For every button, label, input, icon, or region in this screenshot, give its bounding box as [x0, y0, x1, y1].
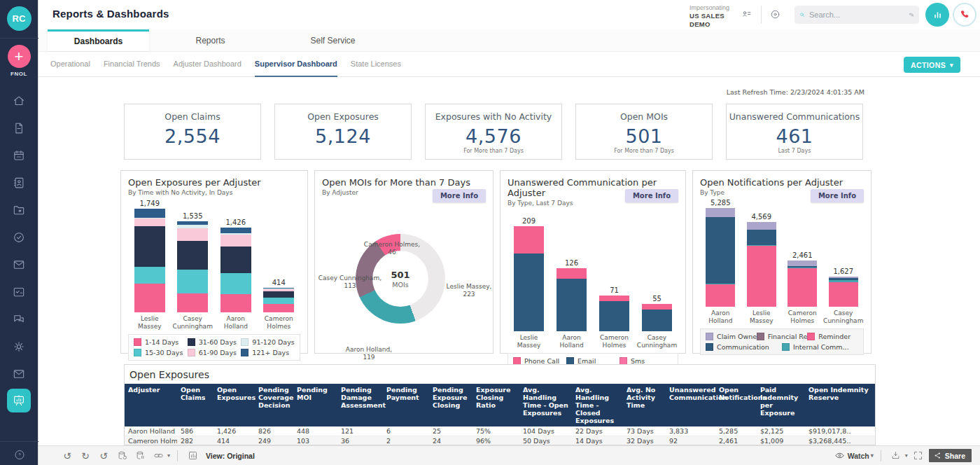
bar-leslie-massey[interactable]: 209: [507, 219, 550, 331]
open-exposures-table[interactable]: AdjusterOpen ClaimsOpen ExposuresPending…: [125, 384, 876, 445]
sidebar-item-home[interactable]: [7, 87, 31, 114]
advanced-search-icon[interactable]: [909, 10, 914, 20]
fnol-add-button[interactable]: +: [8, 45, 31, 68]
bar-aaron-holland[interactable]: 1,426: [214, 202, 258, 312]
watch-button[interactable]: Watch ▾: [834, 450, 874, 461]
more-info-button[interactable]: More Info: [433, 189, 486, 202]
subtab-supervisor-dashboard[interactable]: Supervisor Dashboard: [255, 52, 337, 77]
sidebar-item-mail[interactable]: [7, 251, 31, 278]
legend-item[interactable]: 61-90 Days: [188, 349, 241, 356]
legend-label: Internal Comm...: [793, 343, 849, 351]
bar-casey-cunningham[interactable]: 1,627: [823, 203, 864, 307]
legend-item[interactable]: Claim Owner C...: [706, 333, 757, 340]
column-header[interactable]: Open Notifications: [715, 384, 757, 426]
column-header[interactable]: Adjuster: [125, 384, 177, 426]
column-header[interactable]: Pending Damage Assessment: [337, 384, 383, 426]
bar-casey-cunningham[interactable]: 55: [636, 219, 678, 331]
bar-leslie-massey[interactable]: 1,749: [128, 202, 172, 312]
revert-icon[interactable]: ↺: [96, 449, 111, 463]
column-header[interactable]: Avg. Handling Time - Closed Exposures: [572, 384, 623, 426]
reports-shortcut-button[interactable]: [925, 3, 949, 27]
legend-item[interactable]: Internal Comm...: [782, 343, 858, 351]
more-info-button[interactable]: More Info: [625, 189, 678, 202]
bar-casey-cunningham[interactable]: 1,535: [172, 202, 215, 312]
column-header[interactable]: Pending MOI: [293, 384, 337, 426]
refresh-data-icon[interactable]: [114, 449, 130, 463]
help-icon[interactable]: [13, 447, 26, 460]
kpi-card[interactable]: Exposures with No Activity4,576For More …: [425, 104, 562, 160]
stacked-bar-plot[interactable]: 2091267155: [507, 219, 678, 331]
kpi-card[interactable]: Open MOIs501For More than 7 Days: [575, 104, 713, 160]
user-card-icon[interactable]: [741, 8, 752, 23]
sidebar-item-task-card[interactable]: [7, 278, 31, 305]
avatar[interactable]: RC: [7, 6, 31, 31]
sidebar-item-seal-check[interactable]: [7, 223, 31, 251]
download-caret-icon[interactable]: ▾: [905, 452, 908, 459]
sidebar-item-document[interactable]: [7, 114, 31, 141]
column-header[interactable]: Pending Payment: [383, 384, 429, 426]
sidebar-item-calendar[interactable]: [7, 141, 31, 169]
link-icon[interactable]: [150, 449, 166, 463]
download-icon[interactable]: [888, 449, 904, 463]
tab-self-service[interactable]: Self Service: [272, 29, 394, 51]
search-input[interactable]: [809, 11, 909, 19]
tab-dashboards[interactable]: Dashboards: [48, 29, 149, 51]
kpi-card[interactable]: Unanswered Communications461Last 7 Days: [726, 104, 863, 160]
column-header[interactable]: Avg. No Activity Time: [623, 384, 666, 426]
stacked-bar-plot[interactable]: 1,7491,5351,426414: [128, 202, 300, 312]
bar-cameron-holmes[interactable]: 2,461: [782, 203, 823, 307]
column-header[interactable]: Unanswered Communication: [666, 384, 715, 426]
bar-cameron-holmes[interactable]: 71: [593, 219, 636, 331]
column-header[interactable]: Open Exposures: [214, 384, 255, 426]
view-grid-icon[interactable]: [185, 449, 200, 463]
actions-button[interactable]: ACTIONS ▾: [904, 57, 960, 73]
sidebar-item-presentation-active[interactable]: [7, 389, 31, 412]
bar-aaron-holland[interactable]: 5,285: [700, 203, 741, 307]
link-caret-icon[interactable]: ▾: [167, 452, 170, 459]
more-info-button[interactable]: More Info: [811, 189, 864, 202]
column-header[interactable]: Exposure Closing Ratio: [472, 384, 519, 426]
undo-icon[interactable]: ↺: [59, 449, 75, 463]
phone-button[interactable]: [953, 3, 976, 27]
legend-item[interactable]: Financial Requ...: [757, 333, 808, 340]
fullscreen-icon[interactable]: [911, 449, 926, 463]
stacked-bar-plot[interactable]: 5,2854,5692,4611,627: [700, 203, 864, 307]
legend-item[interactable]: 121+ Days: [241, 349, 295, 356]
legend-item[interactable]: 91-120 Days: [241, 338, 295, 346]
sidebar-item-gear[interactable]: [7, 333, 31, 360]
sidebar-item-address-book[interactable]: [7, 169, 31, 196]
subtab-operational[interactable]: Operational: [50, 52, 90, 77]
kpi-card[interactable]: Open Exposures5,124: [274, 104, 412, 160]
subtab-adjuster-dashboard[interactable]: Adjuster Dashboard: [174, 52, 241, 77]
subtab-financial-trends[interactable]: Financial Trends: [104, 52, 160, 77]
subtab-state-licenses[interactable]: State Licenses: [351, 52, 401, 77]
redo-icon[interactable]: ↻: [78, 449, 93, 463]
legend-item[interactable]: 15-30 Days: [134, 349, 188, 356]
share-button[interactable]: Share: [929, 449, 972, 462]
kpi-card[interactable]: Open Claims2,554: [124, 104, 261, 160]
sidebar-item-mail[interactable]: [7, 360, 31, 387]
pause-updates-icon[interactable]: [132, 449, 148, 463]
legend-item[interactable]: 1-14 Days: [134, 338, 188, 346]
column-header[interactable]: Avg. Handling Time - Open Exposures: [519, 384, 572, 426]
table-cell: 22 Days: [572, 426, 623, 436]
exit-impersonation-icon[interactable]: [769, 8, 781, 23]
legend-item[interactable]: Reminder: [807, 333, 858, 340]
bar-cameron-holmes[interactable]: 414: [258, 202, 301, 312]
sidebar-item-folder[interactable]: [7, 196, 31, 223]
legend-item[interactable]: Communication: [706, 343, 782, 351]
bar-leslie-massey[interactable]: 4,569: [741, 203, 783, 307]
sidebar-item-chat[interactable]: [7, 305, 31, 333]
column-header[interactable]: Pending Exposure Closing: [429, 384, 472, 426]
tab-reports[interactable]: Reports: [149, 29, 272, 51]
view-original-label[interactable]: View: Original: [206, 452, 255, 460]
gear-icon: [12, 340, 26, 354]
column-header[interactable]: Open Claims: [177, 384, 214, 426]
column-header[interactable]: Open Indemnity Reserve: [805, 384, 876, 426]
bar-aaron-holland[interactable]: 126: [550, 219, 593, 331]
legend-item[interactable]: 31-60 Days: [188, 338, 241, 346]
table-row[interactable]: Aaron Holland5861,42682644812162575%104 …: [125, 426, 876, 436]
column-header[interactable]: Pending Coverage Decision: [255, 384, 293, 426]
table-row[interactable]: Cameron Holmes2824142491033622496%50 Day…: [125, 436, 876, 446]
column-header[interactable]: Paid Indemnity per Exposure: [757, 384, 805, 426]
